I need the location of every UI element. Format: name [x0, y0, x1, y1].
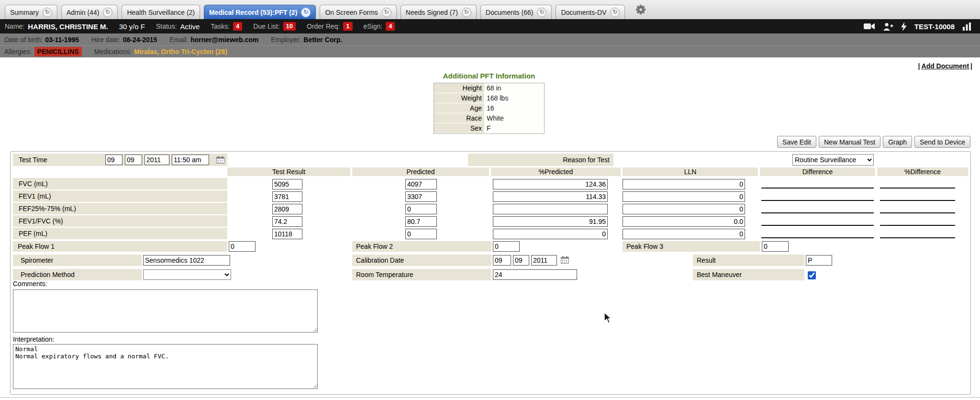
- reason-for-test-label: Reason for Test: [468, 154, 613, 166]
- prediction-method-select[interactable]: [143, 269, 231, 280]
- tab-health-surveillance[interactable]: Health Surveillance (2): [122, 5, 200, 19]
- interpretation-textarea[interactable]: [13, 344, 318, 389]
- room-temperature-label: Room Temperature: [352, 269, 491, 280]
- pft-info-row: Sex F: [434, 123, 544, 133]
- fef2575-pct-predicted-input[interactable]: [493, 204, 608, 214]
- pef-pct-predicted-input[interactable]: [493, 229, 608, 239]
- spirometer-input[interactable]: [143, 255, 230, 266]
- reason-for-test-select[interactable]: Routine Surveillance: [792, 154, 874, 166]
- test-time-year-input[interactable]: [145, 155, 169, 165]
- peak-flow-2-input[interactable]: [493, 241, 520, 252]
- room-temperature-input[interactable]: [493, 269, 577, 280]
- order-req-badge[interactable]: 1: [343, 22, 352, 31]
- fev1-fvc-test-result-input[interactable]: [272, 216, 302, 227]
- column-header-predicted: Predicted: [352, 167, 490, 176]
- fev1-lln-input[interactable]: [623, 191, 745, 202]
- sex-value: F: [484, 123, 544, 133]
- due-list-badge[interactable]: 10: [283, 22, 296, 31]
- esign-label: eSign:: [364, 22, 383, 30]
- tab-admin[interactable]: Admin (44) ↻: [61, 5, 118, 19]
- fev1-test-result-input[interactable]: [272, 191, 302, 202]
- quick-action-bolt-icon[interactable]: [901, 22, 907, 31]
- refresh-tab-icon[interactable]: ↻: [382, 8, 391, 17]
- fef2575-test-result-input[interactable]: [272, 204, 302, 214]
- patient-info-bar: Name: HARRIS, CHRISTINE M. 30 y/o F Stat…: [0, 19, 980, 33]
- name-label: Name:: [5, 22, 24, 30]
- pipe-separator: |: [970, 62, 972, 70]
- calendar-icon[interactable]: [216, 156, 224, 164]
- fvc-test-result-input[interactable]: [272, 179, 302, 189]
- add-user-icon[interactable]: [883, 22, 893, 31]
- bottom-divider: [0, 397, 980, 398]
- additional-pft-info-panel: Additional PFT Information Height 68 in …: [434, 72, 545, 134]
- refresh-tab-icon[interactable]: ↻: [462, 8, 471, 17]
- fev1-fvc-predicted-input[interactable]: [405, 216, 437, 227]
- difference-underline: [761, 237, 874, 238]
- test-time-day-input[interactable]: [125, 155, 142, 165]
- patient-age-sex: 30 y/o F: [119, 22, 145, 31]
- tab-needs-signed[interactable]: Needs Signed (7) ↻: [401, 5, 477, 19]
- tab-bar: Summary ↻ Admin (44) ↻ Health Surveillan…: [0, 0, 980, 19]
- refresh-tab-icon[interactable]: ↻: [43, 8, 52, 17]
- fvc-lln-input[interactable]: [623, 179, 745, 189]
- peak-flow-1-label: Peak Flow 1: [13, 241, 227, 252]
- calibration-month-input[interactable]: [493, 255, 511, 266]
- video-camera-icon[interactable]: [864, 22, 875, 30]
- tab-on-screen-forms[interactable]: On Screen Forms ↻: [320, 5, 396, 19]
- graph-button[interactable]: Graph: [883, 136, 912, 148]
- calendar-icon[interactable]: [561, 256, 569, 264]
- weight-label: Weight: [434, 93, 484, 103]
- medications-value[interactable]: Miralax, Ortho Tri-Cyclen (28): [134, 48, 227, 56]
- fef2575-predicted-input[interactable]: [405, 204, 437, 214]
- test-time-clock-input[interactable]: [172, 155, 209, 165]
- send-to-device-button[interactable]: Send to Device: [914, 136, 970, 148]
- fvc-pct-predicted-input[interactable]: [493, 179, 608, 189]
- esign-badge[interactable]: 4: [386, 22, 395, 31]
- refresh-tab-icon[interactable]: ↻: [103, 8, 112, 17]
- add-document-link[interactable]: Add Document: [922, 62, 969, 70]
- tasks-badge[interactable]: 4: [233, 22, 242, 31]
- comments-textarea[interactable]: [13, 289, 318, 333]
- save-edit-button[interactable]: Save Edit: [777, 136, 816, 148]
- result-input[interactable]: [806, 255, 832, 266]
- refresh-tab-icon[interactable]: ↻: [301, 8, 311, 17]
- refresh-tab-icon[interactable]: ↻: [537, 8, 546, 17]
- bar-chart-icon[interactable]: [962, 22, 971, 31]
- email-value: horner@mieweb.com: [190, 36, 258, 44]
- peak-flow-3-input[interactable]: [762, 241, 789, 252]
- fef2575-lln-input[interactable]: [623, 204, 745, 214]
- column-header-test-result: Test Result: [227, 167, 351, 176]
- pef-predicted-input[interactable]: [405, 229, 437, 239]
- fev1-pct-predicted-input[interactable]: [493, 191, 608, 202]
- refresh-tab-icon[interactable]: ↻: [610, 8, 620, 17]
- fev1-predicted-input[interactable]: [405, 191, 437, 202]
- fvc-predicted-input[interactable]: [405, 179, 437, 189]
- pft-info-row: Weight 168 lbs: [434, 93, 544, 103]
- best-maneuver-label: Best Maneuver: [693, 269, 804, 280]
- allergy-penicillins-badge[interactable]: PENICILLINS: [34, 47, 82, 56]
- best-maneuver-checkbox[interactable]: [808, 271, 816, 279]
- peak-flow-1-input[interactable]: [229, 241, 256, 252]
- tab-medical-record[interactable]: Medical Record (53):PFT (2) ↻: [204, 5, 316, 19]
- fev1-fvc-pct-predicted-input[interactable]: [493, 216, 608, 227]
- new-manual-test-button[interactable]: New Manual Test: [819, 136, 880, 148]
- calibration-day-input[interactable]: [513, 255, 529, 266]
- test-time-month-input[interactable]: [105, 155, 122, 165]
- height-value: 68 in: [484, 83, 544, 93]
- pef-test-result-input[interactable]: [272, 229, 302, 239]
- fev1-fvc-lln-input[interactable]: [623, 216, 745, 227]
- pef-lln-input[interactable]: [623, 229, 745, 239]
- column-header-pct-predicted: %Predicted: [491, 167, 622, 176]
- race-value: White: [484, 113, 544, 123]
- tab-documents[interactable]: Documents (66) ↻: [480, 5, 552, 19]
- fvc-row-label: FVC (mL): [13, 178, 227, 189]
- due-list-label: Due List:: [253, 22, 279, 30]
- employer-label: Employer:: [271, 36, 301, 44]
- additional-pft-info-table: Height 68 in Weight 168 lbs Age 16 Race …: [434, 83, 545, 134]
- tab-summary[interactable]: Summary ↻: [5, 5, 57, 19]
- column-header-pct-difference: %Difference: [877, 167, 968, 176]
- settings-gear-icon[interactable]: [635, 4, 646, 15]
- allergies-bar: Allergies: PENICILLINS Medications: Mira…: [0, 45, 980, 57]
- calibration-year-input[interactable]: [531, 255, 557, 266]
- tab-documents-dv[interactable]: Documents-DV ↻: [556, 5, 625, 19]
